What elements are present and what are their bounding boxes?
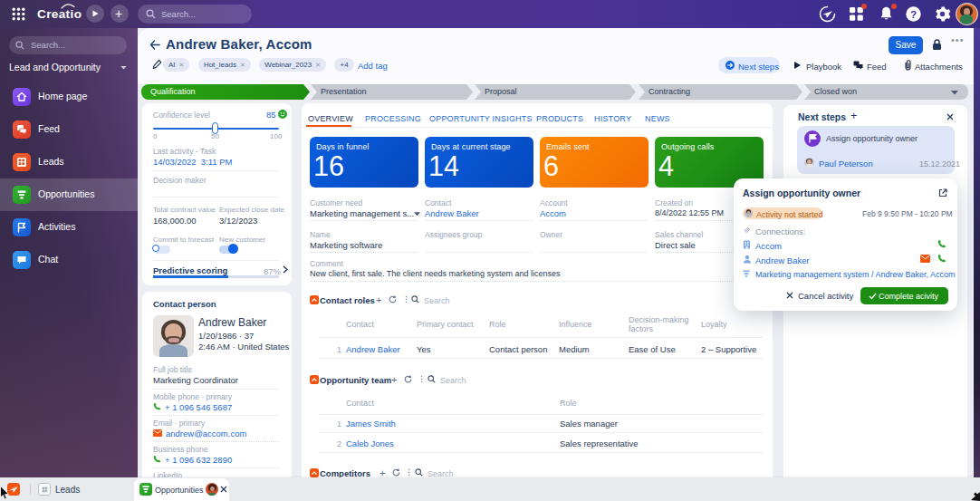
svg-text:?: ? (910, 9, 917, 20)
